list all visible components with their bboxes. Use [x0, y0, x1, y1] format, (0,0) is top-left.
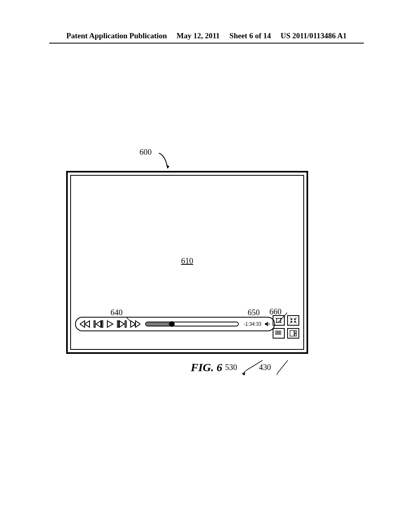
svg-line-22 — [294, 321, 296, 323]
svg-rect-26 — [275, 333, 277, 335]
svg-rect-25 — [280, 331, 281, 332]
publication-date: May 12, 2011 — [177, 31, 220, 40]
grid-small-button[interactable] — [273, 328, 285, 339]
shrink-icon — [289, 317, 297, 324]
playback-controls-bar: -1:34:33 — [75, 317, 275, 331]
svg-rect-10 — [125, 321, 126, 327]
svg-rect-14 — [277, 318, 281, 322]
svg-marker-9 — [119, 321, 124, 327]
svg-marker-3 — [80, 321, 85, 327]
rewind-button[interactable] — [80, 320, 90, 328]
svg-marker-11 — [131, 321, 136, 327]
time-remaining: -1:34:33 — [244, 321, 261, 327]
ref-label-610: 610 — [71, 256, 303, 266]
ref-label-530: 530 — [225, 363, 237, 372]
grid-large-icon — [289, 330, 297, 337]
header-rule — [49, 43, 364, 44]
header-line: Patent Application Publication May 12, 2… — [0, 31, 413, 40]
expand-button[interactable] — [273, 315, 285, 326]
svg-rect-24 — [277, 331, 279, 332]
svg-rect-31 — [295, 334, 296, 336]
volume-button[interactable] — [265, 321, 270, 327]
svg-line-19 — [290, 318, 292, 320]
svg-rect-23 — [275, 331, 277, 332]
sheet-number: Sheet 6 of 14 — [229, 31, 271, 40]
shrink-button[interactable] — [287, 315, 299, 326]
ref-label-650: 650 — [248, 308, 260, 317]
previous-button[interactable] — [94, 320, 103, 328]
ref-label-600: 600 — [140, 148, 152, 157]
svg-line-20 — [294, 318, 296, 320]
svg-marker-5 — [96, 321, 101, 327]
progress-fill — [146, 322, 172, 326]
fast-forward-button[interactable] — [130, 320, 140, 328]
publication-type: Patent Application Publication — [67, 31, 167, 40]
svg-rect-30 — [295, 330, 296, 333]
leader-line-430 — [275, 360, 294, 376]
speaker-icon — [265, 321, 270, 327]
svg-rect-6 — [102, 321, 103, 327]
figure-caption: FIG. 6 — [0, 361, 413, 374]
grid-large-button[interactable] — [287, 328, 299, 339]
svg-line-21 — [290, 321, 292, 323]
svg-rect-4 — [94, 321, 95, 327]
svg-marker-2 — [85, 321, 90, 327]
device-screen: 610 640 650 660 — [70, 175, 304, 350]
patent-page: Patent Application Publication May 12, 2… — [0, 0, 413, 532]
grid-small-icon — [275, 330, 283, 337]
next-button[interactable] — [117, 320, 127, 328]
svg-marker-12 — [136, 321, 140, 327]
svg-rect-8 — [117, 321, 119, 327]
svg-marker-13 — [265, 322, 268, 326]
side-button-grid — [273, 315, 299, 339]
svg-marker-7 — [107, 321, 113, 327]
ref-label-430: 430 — [259, 363, 271, 372]
device-outer-frame: 610 640 650 660 — [66, 171, 308, 354]
progress-scrubber[interactable] — [145, 322, 239, 326]
svg-rect-28 — [280, 333, 281, 335]
progress-playhead[interactable] — [169, 321, 175, 327]
page-header: Patent Application Publication May 12, 2… — [0, 31, 413, 44]
publication-number: US 2011/0113486 A1 — [281, 31, 347, 40]
ref-label-640: 640 — [111, 308, 123, 317]
leader-line-600 — [158, 152, 170, 172]
svg-rect-29 — [290, 330, 294, 336]
svg-rect-27 — [277, 333, 279, 335]
play-button[interactable] — [106, 320, 114, 328]
expand-icon — [275, 317, 283, 324]
